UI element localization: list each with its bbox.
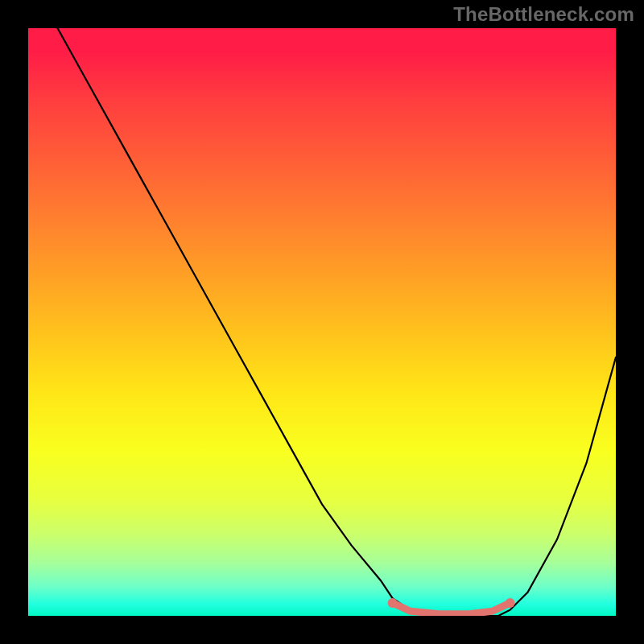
flat-marker-line: [393, 603, 510, 614]
chart-frame: TheBottleneck.com: [0, 0, 644, 644]
plot-area: [28, 28, 616, 616]
watermark-text: TheBottleneck.com: [453, 3, 634, 26]
curve-svg: [28, 28, 616, 616]
bottleneck-curve: [58, 28, 617, 616]
flat-marker-dot-right: [506, 598, 515, 608]
flat-marker-dot-left: [388, 598, 398, 608]
